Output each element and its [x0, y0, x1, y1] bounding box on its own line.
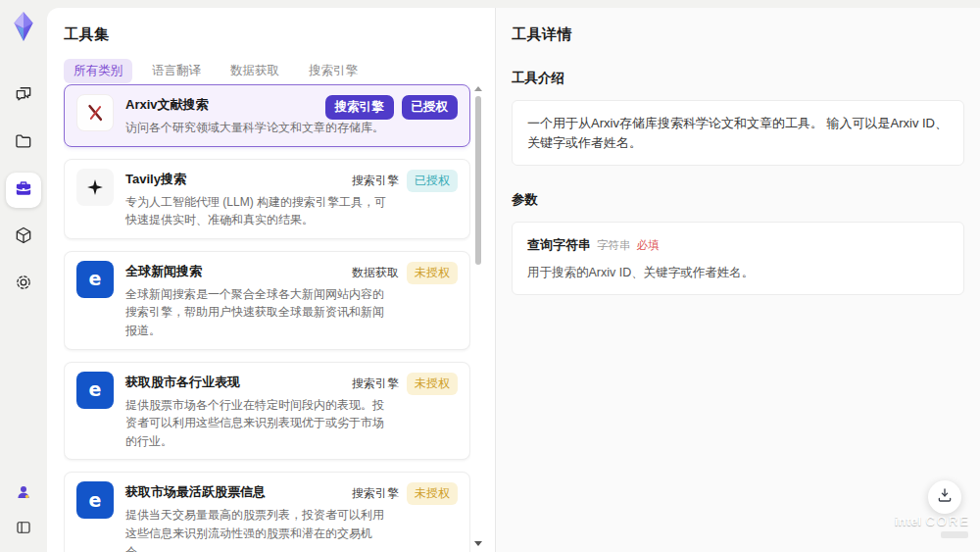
sidebar-item-cube[interactable]	[6, 220, 41, 255]
tab-0[interactable]: 所有类别	[64, 59, 132, 83]
category-tabs: 所有类别语言翻译数据获取搜索引擎	[64, 59, 495, 83]
intel-sub-mark	[941, 531, 968, 538]
sidebar-footer-panel-toggle[interactable]	[9, 517, 38, 542]
tool-description: 提供当天交易量最高的股票列表，投资者可以利用这些信息来识别流动性强的股票和潜在的…	[125, 506, 393, 552]
core-logo-text: CORE	[925, 514, 970, 528]
panel-toggle-icon	[15, 519, 32, 540]
scroll-down-arrow[interactable]	[474, 541, 482, 546]
tool-description: 全球新闻搜索是一个聚合全球各大新闻网站内容的搜索引擎，帮助用户快速获取全球最新资…	[125, 285, 393, 340]
tool-list-item[interactable]: Tavily搜索 专为人工智能代理 (LLM) 构建的搜索引擎工具，可快速提供实…	[64, 159, 470, 239]
tool-description: 提供股票市场各个行业在特定时间段内的表现。投资者可以利用这些信息来识别表现优于或…	[125, 396, 393, 451]
tool-auth-status-badge: 未授权	[407, 262, 458, 284]
sidebar-item-briefcase[interactable]	[6, 173, 41, 208]
user-icon	[15, 483, 32, 505]
tool-category-label: 搜索引擎	[352, 170, 399, 192]
params-heading: 参数	[512, 191, 964, 209]
tool-description: 专为人工智能代理 (LLM) 构建的搜索引擎工具，可快速提供实时、准确和真实的结…	[125, 193, 393, 229]
news-blue-icon: e	[76, 261, 114, 298]
tab-2[interactable]: 数据获取	[220, 59, 289, 83]
param-description: 用于搜索的Arxiv ID、关键字或作者姓名。	[527, 264, 949, 282]
tool-category-label: 搜索引擎	[325, 95, 394, 120]
tool-category-label: 数据获取	[352, 262, 399, 284]
sidebar-item-folder[interactable]	[6, 125, 41, 161]
param-required-flag: 必填	[637, 237, 660, 254]
tool-auth-status-badge: 已授权	[407, 170, 458, 192]
tab-3[interactable]: 搜索引擎	[299, 59, 368, 83]
sidebar-footer-user[interactable]	[9, 481, 38, 507]
tool-list-item[interactable]: e 获取市场最活跃股票信息 提供当天交易量最高的股票列表，投资者可以利用这些信息…	[64, 472, 470, 552]
tool-list: Arxiv文献搜索 访问各个研究领域大量科学论文和文章的存储库。 搜索引擎 已授…	[64, 84, 470, 552]
briefcase-icon	[14, 178, 33, 202]
sidebar-footer	[9, 481, 38, 542]
tool-category-label: 搜索引擎	[352, 482, 399, 505]
arxiv-logo-icon	[76, 94, 114, 131]
chat-icon	[14, 84, 33, 108]
icon-sidebar	[0, 0, 47, 552]
tool-auth-status-badge: 已授权	[402, 95, 459, 120]
stocks-blue-icon: e	[76, 481, 114, 519]
toolset-title: 工具集	[64, 25, 495, 44]
params-box: 查询字符串 字符串 必填 用于搜索的Arxiv ID、关键字或作者姓名。	[512, 222, 964, 295]
intro-text-box: 一个用于从Arxiv存储库搜索科学论文和文章的工具。 输入可以是Arxiv ID…	[512, 100, 964, 166]
tool-description: 访问各个研究领域大量科学论文和文章的存储库。	[125, 119, 393, 137]
scroll-up-arrow[interactable]	[474, 86, 482, 91]
param-type: 字符串	[597, 237, 631, 254]
download-button[interactable]	[928, 480, 961, 514]
star-black-icon	[76, 169, 114, 206]
param-name: 查询字符串	[527, 235, 591, 255]
tool-list-item[interactable]: e 获取股市各行业表现 提供股票市场各个行业在特定时间段内的表现。投资者可以利用…	[64, 362, 470, 461]
tool-list-scrollbar[interactable]	[474, 86, 483, 546]
scrollbar-thumb[interactable]	[475, 96, 481, 265]
cube-icon	[14, 226, 33, 249]
param-row: 查询字符串 字符串 必填 用于搜索的Arxiv ID、关键字或作者姓名。	[527, 235, 949, 281]
sector-blue-icon: e	[76, 372, 114, 409]
download-icon	[936, 486, 954, 508]
toolset-panel: 工具集 所有类别语言翻译数据获取搜索引擎 Arxiv文献搜索 访问各个研究领域大…	[47, 8, 495, 552]
sidebar-nav	[6, 78, 41, 302]
intel-logo-text: intel	[895, 514, 922, 528]
tool-list-item[interactable]: Arxiv文献搜索 访问各个研究领域大量科学论文和文章的存储库。 搜索引擎 已授…	[64, 84, 470, 147]
tool-category-label: 搜索引擎	[352, 373, 399, 395]
intel-core-badge: intel CORE	[895, 514, 970, 538]
intro-heading: 工具介绍	[512, 70, 964, 87]
sidebar-item-gear[interactable]	[6, 267, 41, 302]
tool-auth-status-badge: 未授权	[407, 373, 458, 395]
tool-auth-status-badge: 未授权	[407, 482, 458, 505]
params-rows: 查询字符串 字符串 必填 用于搜索的Arxiv ID、关键字或作者姓名。	[527, 235, 949, 281]
tool-list-item[interactable]: e 全球新闻搜索 全球新闻搜索是一个聚合全球各大新闻网站内容的搜索引擎，帮助用户…	[64, 251, 470, 350]
detail-title: 工具详情	[512, 25, 964, 44]
tool-detail-panel: 工具详情 工具介绍 一个用于从Arxiv存储库搜索科学论文和文章的工具。 输入可…	[495, 8, 980, 552]
tab-1[interactable]: 语言翻译	[142, 59, 211, 83]
sidebar-item-chat[interactable]	[6, 78, 41, 114]
main-content-card: 工具集 所有类别语言翻译数据获取搜索引擎 Arxiv文献搜索 访问各个研究领域大…	[47, 8, 980, 552]
gear-icon	[14, 273, 33, 296]
gem-logo-icon	[9, 10, 38, 43]
folder-icon	[14, 131, 33, 155]
